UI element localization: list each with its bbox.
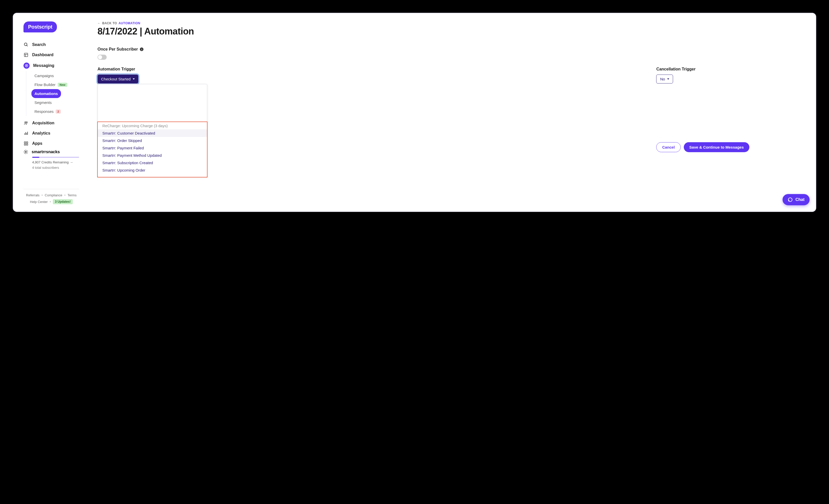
logo: Postscript — [24, 22, 57, 32]
svg-point-6 — [25, 122, 26, 123]
automation-trigger-label: Automation Trigger — [98, 67, 138, 71]
messaging-subnav: Campaigns Flow Builder New Automations S… — [26, 71, 79, 116]
action-row: Cancel Save & Continue to Messages — [656, 142, 749, 152]
cancel-button[interactable]: Cancel — [656, 142, 680, 152]
shop-section: smartrrsnacks 4,907 Credits Remaining → … — [24, 150, 79, 170]
credits-text: 4,907 Credits Remaining — [32, 160, 69, 164]
caret-down-icon — [667, 78, 669, 80]
svg-rect-14 — [24, 144, 26, 145]
subnav-label: Flow Builder — [34, 82, 56, 87]
progress-fill — [32, 157, 39, 158]
once-per-subscriber-label: Once Per Subscriber i — [98, 47, 805, 51]
subnav-label: Responses — [34, 109, 53, 114]
shop-name-label: smartrrsnacks — [32, 150, 60, 154]
nav-label: Acquisition — [32, 121, 55, 125]
dropdown-item-subscription-created[interactable]: Smartrr: Subscription Created — [98, 159, 207, 167]
sidebar-footer: Referrals • Compliance • Terms Help Cent… — [24, 189, 79, 206]
arrow-right-icon: → — [70, 160, 73, 164]
messaging-icon — [24, 63, 30, 69]
subnav-segments[interactable]: Segments — [31, 98, 79, 107]
footer-terms[interactable]: Terms — [68, 193, 77, 197]
subnav-label: Campaigns — [34, 74, 54, 78]
dropdown-item-customer-deactivated[interactable]: Smartrr: Customer Deactivated — [98, 130, 207, 137]
info-icon[interactable]: i — [140, 47, 143, 51]
nav-acquisition[interactable]: Acquisition — [24, 118, 79, 128]
footer-referrals[interactable]: Referrals — [26, 193, 40, 197]
svg-rect-2 — [24, 53, 28, 57]
chat-widget[interactable]: Chat — [783, 194, 809, 205]
nav-label: Apps — [32, 141, 42, 146]
caret-down-icon — [133, 78, 135, 80]
gear-icon — [24, 150, 28, 154]
dropdown-item-payment-failed[interactable]: Smartrr: Payment Failed — [98, 144, 207, 152]
dot-icon: • — [64, 193, 66, 197]
nav-label: Analytics — [32, 131, 50, 136]
toggle-knob — [98, 55, 102, 59]
arrow-left-icon: ← — [98, 22, 101, 25]
nav-dashboard[interactable]: Dashboard — [24, 50, 79, 60]
automation-trigger-col: Automation Trigger Checkout Started ReCh… — [98, 67, 138, 152]
cancellation-trigger-dropdown[interactable]: No — [656, 75, 673, 83]
nav-label: Dashboard — [32, 52, 53, 57]
credits-link[interactable]: 4,907 Credits Remaining → — [32, 160, 79, 164]
dropdown-item-upcoming-order[interactable]: Smartrr: Upcoming Order — [98, 167, 207, 174]
dropdown-item-faded[interactable]: ReCharge: Upcoming Charge (3 days) — [98, 122, 207, 130]
dot-icon: • — [50, 200, 51, 204]
trigger-row: Automation Trigger Checkout Started ReCh… — [98, 67, 805, 152]
main-content: ← BACK TO AUTOMATION 8/17/2022 | Automat… — [87, 13, 816, 211]
analytics-icon — [24, 131, 29, 136]
subnav-label: Segments — [34, 100, 52, 105]
apps-icon — [24, 141, 29, 146]
updates-badge[interactable]: 3 Updates! — [53, 199, 72, 204]
back-target: AUTOMATION — [118, 22, 140, 25]
nav-search[interactable]: Search — [24, 40, 79, 50]
nav-label: Messaging — [33, 63, 55, 68]
dashboard-icon — [24, 52, 29, 58]
dot-icon: • — [42, 193, 43, 197]
subnav-automations[interactable]: Automations — [31, 89, 61, 98]
new-badge: New — [58, 83, 68, 87]
automation-trigger-dropdown[interactable]: Checkout Started — [98, 75, 138, 83]
subnav-campaigns[interactable]: Campaigns — [31, 71, 79, 80]
dropdown-spacer — [98, 84, 207, 122]
credits-progress — [32, 157, 79, 158]
dropdown-value: No — [660, 77, 665, 81]
back-prefix: BACK TO — [102, 22, 117, 25]
svg-point-16 — [25, 151, 27, 153]
subnav-responses[interactable]: Responses 2 — [31, 107, 79, 116]
chat-label: Chat — [795, 197, 804, 202]
nav-messaging[interactable]: Messaging — [24, 60, 79, 71]
subnav-label: Automations — [34, 92, 58, 96]
svg-point-0 — [24, 43, 27, 46]
chat-icon — [788, 197, 793, 202]
once-per-subscriber-toggle[interactable] — [98, 55, 107, 60]
save-continue-button[interactable]: Save & Continue to Messages — [684, 142, 749, 152]
nav-label: Search — [32, 42, 46, 47]
count-badge: 2 — [56, 110, 61, 114]
svg-rect-12 — [24, 142, 26, 143]
label-text: Once Per Subscriber — [98, 47, 138, 51]
cancellation-trigger-label: Cancellation Trigger — [656, 67, 749, 71]
svg-rect-15 — [27, 144, 28, 145]
dropdown-highlight-region: ReCharge: Upcoming Charge (3 days) Smart… — [97, 121, 208, 177]
nav-shop[interactable]: smartrrsnacks — [24, 150, 79, 154]
sidebar: Postscript Search Dashboard Messaging Ca… — [13, 13, 87, 211]
page-title: 8/17/2022 | Automation — [98, 26, 805, 37]
back-link[interactable]: ← BACK TO AUTOMATION — [98, 22, 805, 25]
footer-help[interactable]: Help Center — [30, 200, 47, 204]
svg-rect-13 — [27, 142, 28, 143]
dropdown-value: Checkout Started — [101, 77, 131, 81]
dropdown-item-order-skipped[interactable]: Smartrr: Order Skipped — [98, 137, 207, 144]
svg-point-7 — [26, 122, 28, 123]
app-window: Postscript Search Dashboard Messaging Ca… — [13, 13, 816, 212]
dropdown-item-payment-method-updated[interactable]: Smartrr: Payment Method Updated — [98, 152, 207, 159]
nav-apps[interactable]: Apps — [24, 138, 79, 149]
nav-analytics[interactable]: Analytics — [24, 128, 79, 138]
acquisition-icon — [24, 120, 29, 125]
svg-line-1 — [27, 45, 28, 46]
cancellation-trigger-col: Cancellation Trigger No Cancel Save & Co… — [656, 67, 749, 152]
trigger-dropdown-panel: ReCharge: Upcoming Charge (3 days) Smart… — [98, 84, 207, 177]
subnav-flow-builder[interactable]: Flow Builder New — [31, 80, 79, 89]
search-icon — [24, 42, 29, 47]
footer-compliance[interactable]: Compliance — [45, 193, 62, 197]
